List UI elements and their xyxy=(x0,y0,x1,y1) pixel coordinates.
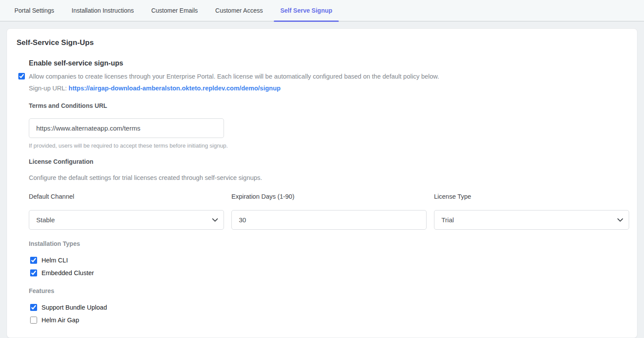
signup-url-row: Sign-up URL: https://airgap-download-amb… xyxy=(29,85,629,92)
helm-air-gap-checkbox[interactable] xyxy=(30,317,37,324)
features-heading: Features xyxy=(29,287,629,294)
installation-type-row: Helm CLI xyxy=(30,257,629,264)
enable-signups-checkbox[interactable] xyxy=(18,73,25,79)
helm-air-gap-label[interactable]: Helm Air Gap xyxy=(41,317,79,324)
tab-customer-emails[interactable]: Customer Emails xyxy=(145,0,204,21)
helm-cli-checkbox[interactable] xyxy=(30,257,37,264)
signup-url-label: Sign-up URL: xyxy=(29,85,67,92)
tab-installation-instructions[interactable]: Installation Instructions xyxy=(65,0,140,21)
license-config-grid: Default Channel Stable Expiration Days (… xyxy=(29,193,629,230)
tab-customer-access[interactable]: Customer Access xyxy=(209,0,269,21)
installation-types-heading: Installation Types xyxy=(29,240,629,247)
license-configuration-heading: License Configuration xyxy=(29,158,629,165)
features-block: Features Support Bundle Upload Helm Air … xyxy=(29,287,629,324)
feature-row: Helm Air Gap xyxy=(30,317,629,324)
helm-cli-label[interactable]: Helm CLI xyxy=(41,257,68,264)
license-configuration-description: Configure the default settings for trial… xyxy=(29,174,629,181)
installation-type-row: Embedded Cluster xyxy=(30,269,629,276)
tab-portal-settings[interactable]: Portal Settings xyxy=(8,0,61,21)
enable-signups-description: Allow companies to create licenses throu… xyxy=(29,72,439,81)
embedded-cluster-checkbox[interactable] xyxy=(30,269,37,276)
settings-section: Enable self-service sign-ups Allow compa… xyxy=(29,59,629,324)
feature-row: Support Bundle Upload xyxy=(30,304,629,311)
terms-url-helper: If provided, users will be required to a… xyxy=(29,142,629,149)
default-channel-select[interactable]: Stable xyxy=(29,210,224,230)
signup-url-link[interactable]: https://airgap-download-amberalston.okte… xyxy=(69,85,281,92)
license-type-label: License Type xyxy=(434,193,629,200)
expiration-days-field: Expiration Days (1-90) xyxy=(231,193,427,230)
license-type-field: License Type Trial xyxy=(434,193,629,230)
expiration-days-label: Expiration Days (1-90) xyxy=(231,193,427,200)
page-title: Self-Service Sign-Ups xyxy=(17,38,629,47)
enable-signups-row: Allow companies to create licenses throu… xyxy=(29,72,629,81)
support-bundle-upload-label[interactable]: Support Bundle Upload xyxy=(41,304,107,311)
support-bundle-upload-checkbox[interactable] xyxy=(30,304,37,311)
terms-url-input[interactable] xyxy=(29,118,224,138)
default-channel-label: Default Channel xyxy=(29,193,224,200)
enable-signups-heading: Enable self-service sign-ups xyxy=(29,59,629,67)
default-channel-field: Default Channel Stable xyxy=(29,193,224,230)
terms-url-label: Terms and Conditions URL xyxy=(29,102,629,109)
license-type-select[interactable]: Trial xyxy=(434,210,629,230)
tab-bar: Portal Settings Installation Instruction… xyxy=(0,0,644,21)
expiration-days-input[interactable] xyxy=(231,210,427,230)
embedded-cluster-label[interactable]: Embedded Cluster xyxy=(41,269,94,276)
page-background: Self-Service Sign-Ups Enable self-servic… xyxy=(0,21,644,338)
self-service-signups-card: Self-Service Sign-Ups Enable self-servic… xyxy=(7,28,637,338)
tab-self-serve-signup[interactable]: Self Serve Signup xyxy=(274,0,339,21)
